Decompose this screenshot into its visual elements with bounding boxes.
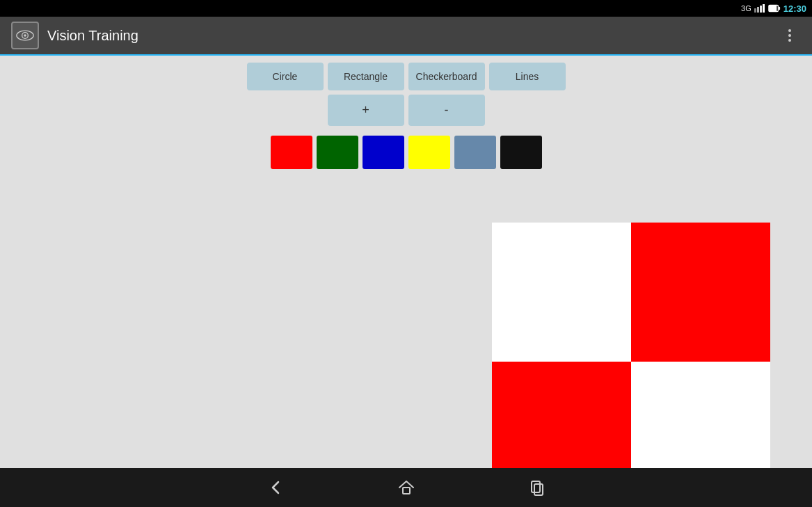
nav-home-button[interactable] (397, 478, 416, 497)
svg-rect-1 (757, 7, 759, 13)
main-content: Circle Rectangle Checkerboard Lines + - (0, 56, 812, 468)
app-bar: Vision Training (0, 17, 812, 56)
size-buttons-row: + - (328, 95, 485, 126)
size-decrease-button[interactable]: - (408, 95, 485, 126)
svg-point-9 (24, 34, 26, 36)
color-black-swatch[interactable] (500, 136, 542, 169)
nav-bar (0, 468, 812, 507)
color-swatches-row (271, 136, 542, 169)
checkerboard-cell-bottom-left (492, 362, 631, 468)
status-bar: 3G 12:30 (0, 0, 812, 17)
overflow-dot-2 (788, 34, 791, 37)
svg-rect-6 (779, 7, 780, 10)
color-red-swatch[interactable] (271, 136, 312, 169)
app-title: Vision Training (47, 28, 779, 44)
checkerboard-grid (492, 223, 770, 468)
nav-recents-button[interactable] (527, 478, 547, 497)
nav-back-button[interactable] (266, 478, 285, 497)
tab-checkerboard-button[interactable]: Checkerboard (408, 63, 485, 90)
svg-rect-3 (763, 4, 765, 13)
color-yellow-swatch[interactable] (408, 136, 450, 169)
size-increase-button[interactable]: + (328, 95, 404, 126)
app-icon (11, 22, 39, 49)
checkerboard-cell-top-right (631, 223, 770, 362)
overflow-dot-1 (788, 29, 791, 32)
svg-rect-11 (532, 481, 540, 492)
checkerboard-display (492, 223, 770, 468)
tab-buttons-row: Circle Rectangle Checkerboard Lines (247, 63, 566, 90)
battery-icon (768, 4, 781, 13)
signal-icon (754, 4, 765, 13)
tab-rectangle-button[interactable]: Rectangle (328, 63, 404, 90)
overflow-menu-button[interactable] (779, 24, 801, 47)
color-green-swatch[interactable] (317, 136, 358, 169)
network-signal-text: 3G (741, 4, 751, 13)
back-icon (266, 478, 285, 497)
color-steelblue-swatch[interactable] (454, 136, 496, 169)
svg-rect-10 (403, 488, 410, 494)
svg-rect-0 (754, 8, 756, 13)
checkerboard-cell-top-left (492, 223, 631, 362)
color-blue-swatch[interactable] (363, 136, 404, 169)
eye-icon (16, 30, 34, 41)
overflow-dot-3 (788, 39, 791, 42)
svg-rect-12 (534, 484, 543, 495)
svg-rect-5 (770, 6, 777, 10)
tab-circle-button[interactable]: Circle (247, 63, 324, 90)
svg-rect-2 (760, 6, 762, 13)
home-icon (397, 478, 416, 497)
time-display: 12:30 (783, 3, 806, 14)
recents-icon (527, 478, 547, 497)
tab-lines-button[interactable]: Lines (489, 63, 566, 90)
checkerboard-cell-bottom-right (631, 362, 770, 468)
